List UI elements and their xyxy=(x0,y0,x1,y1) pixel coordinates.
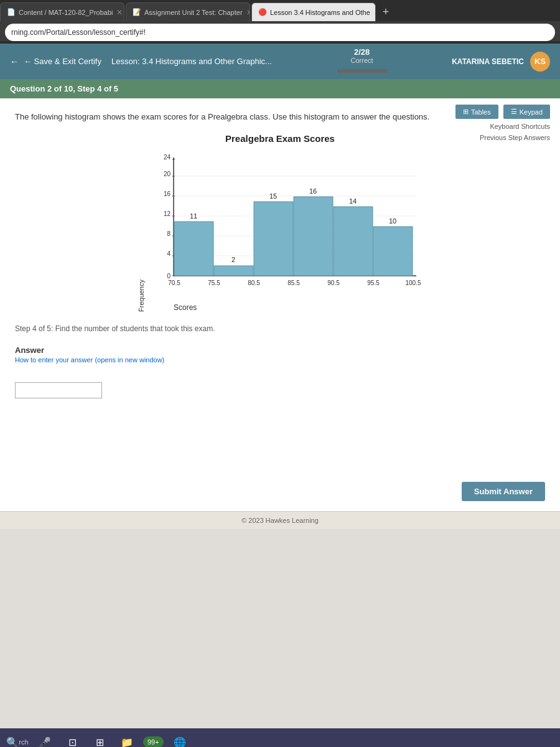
browser-taskbar-icon: 🌐 xyxy=(174,736,186,748)
user-name: KATARINA SEBETIC xyxy=(452,57,524,66)
assignment-icon: 📝 xyxy=(133,8,141,17)
question-header-text: Question 2 of 10, Step 4 of 5 xyxy=(10,84,118,93)
folder-icon: 📁 xyxy=(121,736,133,748)
tab-content[interactable]: 📄 Content / MAT-120-82_Probabi ✕ xyxy=(0,2,124,21)
answer-section: Answer How to enter your answer (opens i… xyxy=(15,345,545,398)
keyboard-shortcuts-link[interactable]: Keyboard Shortcuts xyxy=(490,123,550,130)
tables-button[interactable]: ⊞ Tables xyxy=(455,105,498,119)
browser-chrome: 📄 Content / MAT-120-82_Probabi ✕ 📝 Assig… xyxy=(0,0,560,41)
question-header: Question 2 of 10, Step 4 of 5 xyxy=(0,79,560,98)
taskview-item[interactable]: ⊡ xyxy=(61,731,83,747)
keypad-label: Keypad xyxy=(520,108,543,116)
tables-label: Tables xyxy=(471,108,491,116)
taskview-icon: ⊡ xyxy=(68,736,77,748)
user-avatar: KS xyxy=(530,52,550,72)
svg-text:20: 20 xyxy=(164,171,171,177)
search-taskbar-item[interactable]: 🔍 rch xyxy=(6,731,29,747)
footer: © 2023 Hawkes Learning xyxy=(0,511,560,529)
svg-text:24: 24 xyxy=(164,154,171,161)
address-bar[interactable]: rning.com/Portal/Lesson/lesson_certify#! xyxy=(5,24,555,41)
bar-6 xyxy=(373,227,413,276)
svg-text:16: 16 xyxy=(309,187,317,195)
answer-hint-link[interactable]: How to enter your answer (opens in new w… xyxy=(15,356,545,364)
search-taskbar-label: rch xyxy=(19,738,28,746)
bar-1 xyxy=(174,222,213,276)
tab1-close[interactable]: ✕ xyxy=(116,8,123,17)
tab-assignment[interactable]: 📝 Assignment Unit 2 Test: Chapter ✕ xyxy=(126,2,250,21)
tool-buttons: ⊞ Tables ☰ Keypad xyxy=(455,105,550,119)
page-content: ← ← Save & Exit Certify Lesson: 3.4 Hist… xyxy=(0,44,560,728)
bar-3 xyxy=(254,202,293,276)
document-icon: 📄 xyxy=(7,8,16,17)
svg-text:80.5: 80.5 xyxy=(248,280,260,286)
user-initials: KS xyxy=(534,57,546,66)
bar-4 xyxy=(294,197,333,276)
previous-step-link[interactable]: Previous Step Answers xyxy=(480,134,550,141)
submit-section: Submit Answer xyxy=(0,472,560,511)
svg-text:4: 4 xyxy=(167,250,170,257)
svg-text:8: 8 xyxy=(167,230,170,237)
svg-text:100.5: 100.5 xyxy=(405,280,421,286)
chart-area: Frequency 0 xyxy=(138,151,422,312)
tab3-close[interactable]: ✕ xyxy=(374,8,376,17)
score-display: 2/28 xyxy=(337,47,387,57)
nav-left: ← ← Save & Exit Certify Lesson: 3.4 Hist… xyxy=(10,57,272,67)
svg-text:15: 15 xyxy=(269,192,277,200)
nav-right: KATARINA SEBETIC KS xyxy=(452,52,550,72)
svg-text:75.5: 75.5 xyxy=(208,280,220,286)
y-axis-label: Frequency xyxy=(138,280,145,312)
submit-button[interactable]: Submit Answer xyxy=(462,482,545,501)
keypad-button[interactable]: ☰ Keypad xyxy=(503,105,550,119)
save-exit-label: ← Save & Exit Certify xyxy=(24,57,101,66)
nav-center: 2/28 Correct xyxy=(337,47,387,75)
bar-2 xyxy=(214,266,253,276)
svg-text:70.5: 70.5 xyxy=(168,280,180,286)
svg-text:2: 2 xyxy=(231,256,235,263)
lesson-icon: 🔴 xyxy=(258,8,267,17)
svg-text:90.5: 90.5 xyxy=(327,280,340,286)
chart-title: Prealgebra Exam Scores xyxy=(225,133,335,144)
correct-label: Correct xyxy=(337,57,387,64)
badge-label: 99+ xyxy=(147,738,159,746)
answer-label: Answer xyxy=(15,345,545,355)
folder-item[interactable]: 📁 xyxy=(116,731,138,747)
new-tab-button[interactable]: + xyxy=(377,3,394,21)
svg-text:0: 0 xyxy=(167,273,170,280)
browser-taskbar-item[interactable]: 🌐 xyxy=(169,731,191,747)
address-text: rning.com/Portal/Lesson/lesson_certify#! xyxy=(11,28,146,37)
apps-item[interactable]: ⊞ xyxy=(88,731,111,747)
tab1-label: Content / MAT-120-82_Probabi xyxy=(19,9,113,16)
svg-text:12: 12 xyxy=(164,210,171,217)
svg-text:10: 10 xyxy=(389,217,396,225)
histogram-svg: 0 4 8 12 xyxy=(149,151,422,301)
svg-text:14: 14 xyxy=(349,197,357,205)
chart-container: Prealgebra Exam Scores Frequency xyxy=(15,133,545,312)
search-taskbar-icon: 🔍 xyxy=(6,736,19,748)
taskbar: 🔍 rch 🎤 ⊡ ⊞ 📁 99+ 🌐 xyxy=(0,728,560,747)
right-panel: ⊞ Tables ☰ Keypad Keyboard Shortcuts Pre… xyxy=(455,98,550,141)
keypad-icon: ☰ xyxy=(511,108,517,116)
chart-inner: 0 4 8 12 xyxy=(149,151,422,312)
tab2-close[interactable]: ✕ xyxy=(246,8,250,17)
svg-text:11: 11 xyxy=(190,212,197,220)
submit-label: Submit Answer xyxy=(474,487,533,496)
tab-bar: 📄 Content / MAT-120-82_Probabi ✕ 📝 Assig… xyxy=(0,0,560,21)
apps-icon: ⊞ xyxy=(96,736,104,748)
mic-taskbar-item[interactable]: 🎤 xyxy=(34,731,56,747)
badge-item[interactable]: 99+ xyxy=(143,736,164,747)
main-content: The following histogram shows the exam s… xyxy=(0,98,560,472)
step-instruction: Step 4 of 5: Find the number of students… xyxy=(15,324,545,333)
copyright-text: © 2023 Hawkes Learning xyxy=(241,517,319,524)
save-exit-button[interactable]: ← ← Save & Exit Certify xyxy=(10,57,101,67)
tables-icon: ⊞ xyxy=(463,108,469,116)
tab2-label: Assignment Unit 2 Test: Chapter xyxy=(144,9,243,16)
top-nav: ← ← Save & Exit Certify Lesson: 3.4 Hist… xyxy=(0,44,560,79)
back-arrow-icon: ← xyxy=(10,57,19,67)
lesson-title: Lesson: 3.4 Histograms and Other Graphic… xyxy=(111,57,272,66)
score-progress-bar xyxy=(337,69,387,73)
tab-lesson[interactable]: 🔴 Lesson 3.4 Histograms and Othe ✕ xyxy=(251,2,376,21)
x-axis-label: Scores xyxy=(174,303,197,312)
mic-icon: 🎤 xyxy=(39,736,51,748)
answer-input[interactable] xyxy=(15,382,102,398)
svg-text:95.5: 95.5 xyxy=(367,280,380,286)
